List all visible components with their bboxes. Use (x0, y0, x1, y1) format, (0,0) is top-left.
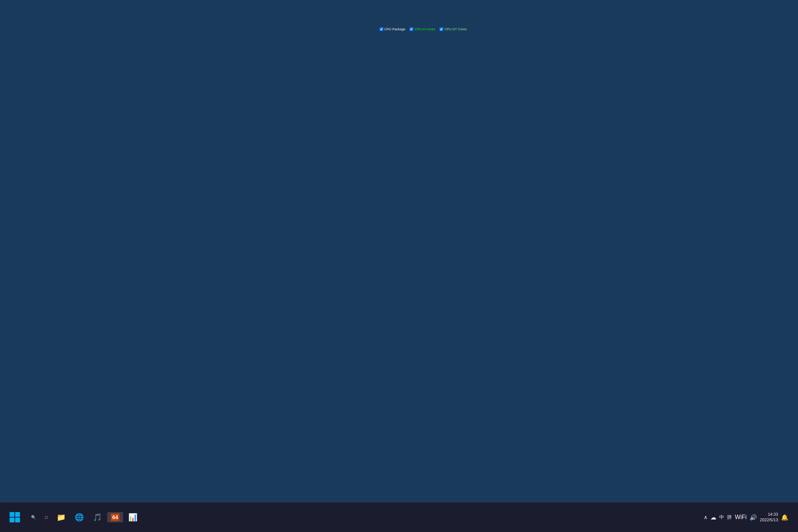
music-icon: 🎵 (93, 513, 102, 522)
svg-rect-8 (15, 512, 20, 517)
hwinfo-taskbar-icon: 64 (111, 514, 120, 521)
taskbar-clock: 14:33 2022/5/13 (760, 512, 778, 523)
volume-icon: 🔊 (750, 514, 757, 521)
search-icon: 🔍 (31, 515, 36, 520)
input-mode-icon: 拼 (727, 514, 732, 521)
taskbar-stats[interactable]: 📊 (125, 511, 141, 523)
taskbar-browser[interactable]: 🌐 (71, 511, 88, 523)
lang-icon: 中 (719, 514, 724, 521)
desktop (0, 0, 798, 502)
taskbar: 🔍 □ 📁 🌐 🎵 64 📊 ∧ ☁ 中 拼 WiFi 🔊 14:33 2022… (0, 502, 798, 532)
systray-arrow-icon[interactable]: ∧ (704, 514, 707, 520)
legend-pkg-label: CPU Package (384, 27, 405, 31)
windows-icon (9, 511, 21, 523)
clock-date: 2022/5/13 (760, 517, 778, 523)
chart-legend: CPU Package CPU IA Cores CPU GT Cores (380, 27, 504, 31)
notification-icon[interactable]: 🔔 (781, 514, 788, 521)
svg-rect-10 (15, 518, 20, 522)
svg-rect-9 (10, 518, 14, 522)
legend-gt-label: CPU GT Cores (444, 27, 466, 31)
taskbar-file-explorer[interactable]: 📁 (53, 511, 69, 523)
legend-pkg-checkbox[interactable] (380, 27, 383, 31)
network-icon: WiFi (735, 514, 747, 521)
clock-time: 14:33 (760, 512, 778, 517)
stats-icon: 📊 (128, 513, 137, 522)
legend-ia-label: CPU IA Cores (414, 27, 435, 31)
legend-ia-checkbox[interactable] (410, 27, 413, 31)
svg-rect-7 (10, 512, 14, 517)
legend-gt-checkbox[interactable] (439, 27, 443, 31)
systray: ∧ ☁ 中 拼 WiFi 🔊 14:33 2022/5/13 🔔 (704, 512, 794, 523)
legend-pkg: CPU Package (380, 27, 405, 31)
legend-gt: CPU GT Cores (439, 27, 466, 31)
taskbar-search[interactable]: 🔍 (27, 514, 40, 521)
browser-icon: 🌐 (75, 513, 84, 522)
taskbar-music[interactable]: 🎵 (89, 511, 106, 523)
legend-ia: CPU IA Cores (410, 27, 435, 31)
taskbar-hwinfo[interactable]: 64 (107, 512, 123, 522)
taskbar-task-view[interactable]: □ (41, 514, 51, 521)
start-button[interactable] (4, 506, 26, 528)
taskview-icon: □ (45, 515, 48, 519)
cloud-icon: ☁ (710, 514, 716, 521)
folder-icon: 📁 (57, 513, 66, 522)
